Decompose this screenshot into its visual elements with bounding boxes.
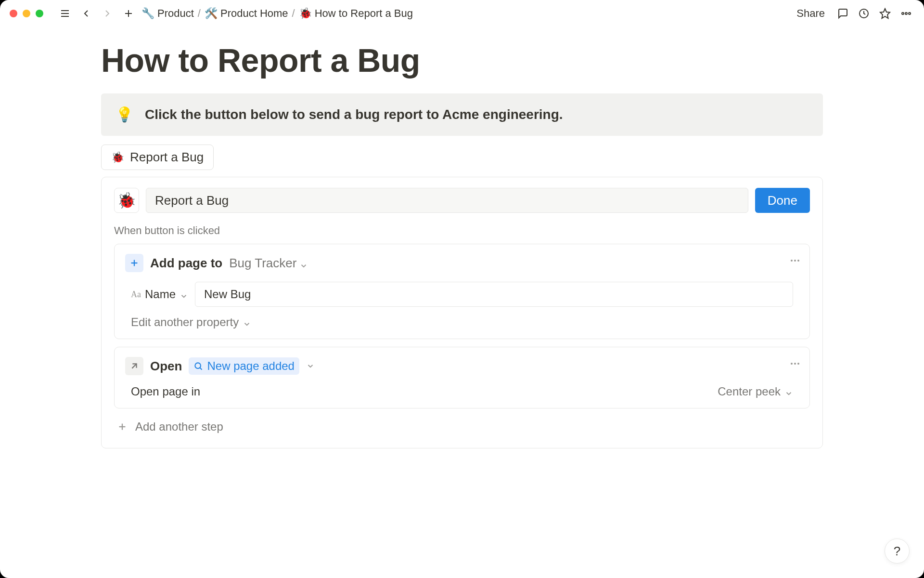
button-config-panel: 🐞 Done When button is clicked Add page t…	[101, 177, 823, 448]
trigger-label: When button is clicked	[114, 224, 810, 237]
search-icon	[193, 361, 203, 371]
callout-text: Click the button below to send a bug rep…	[145, 107, 563, 122]
step-more-button[interactable]	[789, 358, 801, 371]
page-reference-pill[interactable]: New page added	[189, 357, 299, 375]
minimize-window-button[interactable]	[23, 10, 30, 17]
svg-point-16	[195, 363, 201, 368]
lightbulb-icon: 💡	[116, 107, 133, 122]
open-page-in-label: Open page in	[131, 385, 200, 398]
ladybug-icon: 🐞	[111, 152, 124, 163]
breadcrumb-separator: /	[292, 7, 295, 20]
chevron-down-icon	[784, 387, 793, 396]
help-button[interactable]: ?	[885, 539, 910, 564]
breadcrumb-label: Product Home	[220, 7, 288, 20]
page-content: How to Report a Bug 💡 Click the button b…	[0, 27, 924, 448]
wrench-icon: 🔧	[141, 8, 154, 19]
svg-point-18	[791, 363, 793, 365]
add-step-label: Add another step	[135, 420, 223, 434]
tools-icon: 🛠️	[205, 8, 218, 19]
breadcrumb-separator: /	[198, 7, 201, 20]
automation-step-open: Open New page added Open page in Center …	[114, 347, 810, 408]
target-name: Bug Tracker	[229, 256, 296, 271]
chevron-down-icon	[243, 318, 251, 327]
breadcrumb: 🔧 Product / 🛠️ Product Home / 🐞 How to R…	[141, 7, 413, 20]
sidebar-toggle-button[interactable]	[57, 5, 73, 22]
svg-point-19	[794, 363, 796, 365]
done-button[interactable]: Done	[755, 188, 810, 213]
step-action-label: Open	[150, 359, 182, 374]
button-name-input[interactable]	[146, 188, 748, 213]
add-step-button[interactable]: Add another step	[114, 416, 226, 437]
step-action-label: Add page to	[150, 256, 222, 271]
history-button[interactable]	[856, 5, 872, 22]
svg-marker-6	[880, 9, 890, 18]
svg-line-15	[132, 364, 136, 368]
edit-another-label: Edit another property	[131, 315, 239, 329]
open-mode-value: Center peek	[718, 385, 781, 398]
nav-forward-button[interactable]	[99, 5, 116, 22]
button-label: Report a Bug	[130, 150, 204, 165]
plus-icon	[117, 421, 128, 432]
comments-button[interactable]	[834, 5, 851, 22]
fullscreen-window-button[interactable]	[36, 10, 43, 17]
pill-label: New page added	[207, 359, 294, 373]
page-title[interactable]: How to Report a Bug	[101, 41, 823, 79]
share-button[interactable]: Share	[792, 7, 830, 20]
open-arrow-icon	[125, 357, 143, 375]
edit-another-property-button[interactable]: Edit another property	[131, 315, 251, 329]
svg-point-14	[797, 260, 799, 262]
property-name-selector[interactable]: Aa Name	[131, 288, 188, 301]
report-bug-button[interactable]: 🐞 Report a Bug	[101, 144, 214, 170]
new-page-button[interactable]	[120, 5, 137, 22]
more-menu-button[interactable]	[898, 5, 914, 22]
breadcrumb-item-current[interactable]: 🐞 How to Report a Bug	[299, 7, 413, 20]
property-value-input[interactable]	[195, 282, 793, 307]
breadcrumb-item-product[interactable]: 🔧 Product	[141, 7, 194, 20]
svg-point-9	[909, 13, 911, 14]
svg-point-7	[902, 13, 904, 14]
open-mode-selector[interactable]: Center peek	[718, 385, 793, 398]
plus-icon	[125, 254, 143, 272]
chevron-down-icon	[180, 290, 188, 299]
button-icon-picker[interactable]: 🐞	[114, 188, 139, 213]
chevron-down-icon	[299, 259, 308, 267]
breadcrumb-label: How to Report a Bug	[315, 7, 413, 20]
svg-point-8	[905, 13, 907, 14]
automation-step-add-page: Add page to Bug Tracker Aa Name	[114, 244, 810, 339]
callout-block[interactable]: 💡 Click the button below to send a bug r…	[101, 93, 823, 136]
svg-point-12	[791, 260, 793, 262]
favorite-button[interactable]	[877, 5, 893, 22]
ladybug-icon: 🐞	[299, 8, 312, 19]
step-more-button[interactable]	[789, 255, 801, 268]
svg-point-13	[794, 260, 796, 262]
nav-back-button[interactable]	[78, 5, 94, 22]
step-target-selector[interactable]: Bug Tracker	[229, 256, 308, 271]
text-property-icon: Aa	[131, 289, 141, 300]
window-controls	[10, 10, 43, 17]
breadcrumb-label: Product	[157, 7, 194, 20]
breadcrumb-item-product-home[interactable]: 🛠️ Product Home	[205, 7, 288, 20]
topbar: 🔧 Product / 🛠️ Product Home / 🐞 How to R…	[0, 0, 924, 27]
property-label: Name	[145, 288, 176, 301]
svg-line-17	[200, 368, 202, 370]
close-window-button[interactable]	[10, 10, 17, 17]
svg-point-20	[797, 363, 799, 365]
chevron-down-icon[interactable]	[306, 362, 315, 370]
